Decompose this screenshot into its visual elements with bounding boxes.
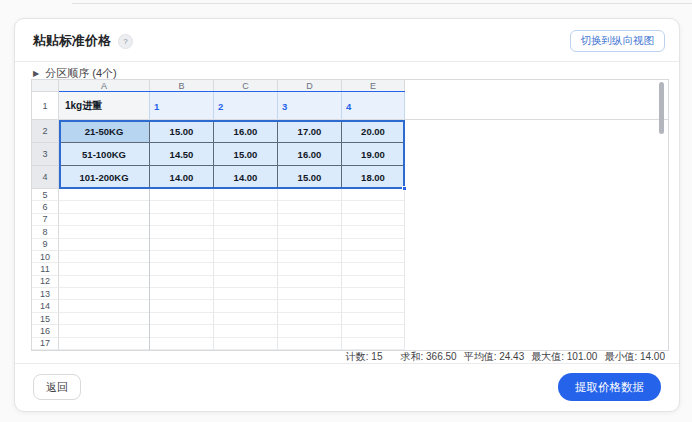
header-divider bbox=[15, 61, 679, 62]
cell-price-value[interactable]: 16.00 bbox=[214, 120, 278, 143]
row-header[interactable]: 4 bbox=[32, 166, 59, 189]
cell-price-value[interactable]: 15.00 bbox=[150, 120, 214, 143]
row-header[interactable]: 11 bbox=[32, 263, 59, 275]
cell-price-value[interactable]: 16.00 bbox=[278, 143, 342, 166]
gridline-col bbox=[149, 189, 150, 350]
help-icon[interactable]: ? bbox=[118, 34, 133, 49]
gridline-row bbox=[59, 313, 405, 325]
column-header-E[interactable]: E bbox=[342, 80, 405, 92]
gridline-row bbox=[59, 263, 405, 275]
cell-price-value[interactable]: 15.00 bbox=[278, 166, 342, 189]
cell-price-value[interactable]: 17.00 bbox=[278, 120, 342, 143]
row-header[interactable]: 13 bbox=[32, 288, 59, 300]
gridline-col bbox=[404, 189, 405, 350]
gridline-row bbox=[59, 300, 405, 312]
stat-item: 最大值: 101.00 bbox=[531, 350, 597, 364]
cell-weight-label[interactable]: 1kg进重 bbox=[59, 92, 150, 120]
cell-price-value[interactable]: 18.00 bbox=[342, 166, 405, 189]
back-button[interactable]: 返回 bbox=[33, 374, 81, 400]
cell-weight-range[interactable]: 21-50KG bbox=[59, 120, 150, 143]
column-header-D[interactable]: D bbox=[278, 80, 342, 92]
cell-weight-range[interactable]: 101-200KG bbox=[59, 166, 150, 189]
column-header-A[interactable]: A bbox=[59, 80, 150, 92]
cell-price-value[interactable]: 15.00 bbox=[214, 143, 278, 166]
gridline-row bbox=[59, 325, 405, 337]
cell-price-value[interactable]: 14.50 bbox=[150, 143, 214, 166]
cell-mapping-index[interactable]: 2 bbox=[214, 92, 278, 120]
cell-price-value[interactable]: 14.00 bbox=[214, 166, 278, 189]
row-header[interactable]: 12 bbox=[32, 276, 59, 288]
gridline-row bbox=[59, 288, 405, 300]
row-header[interactable]: 5 bbox=[32, 189, 59, 201]
column-header-C[interactable]: C bbox=[214, 80, 278, 92]
row-header[interactable]: 10 bbox=[32, 251, 59, 263]
row-header[interactable]: 2 bbox=[32, 120, 59, 143]
cell-price-value[interactable]: 20.00 bbox=[342, 120, 405, 143]
cell-mapping-index[interactable]: 1 bbox=[150, 92, 214, 120]
page-top-line bbox=[72, 3, 692, 4]
row-header[interactable]: 6 bbox=[32, 201, 59, 213]
row-header[interactable]: 9 bbox=[32, 239, 59, 251]
footer-divider bbox=[15, 363, 679, 364]
gridline-row bbox=[59, 201, 405, 213]
row-header[interactable]: 7 bbox=[32, 214, 59, 226]
gridline-row bbox=[59, 276, 405, 288]
cell-mapping-index[interactable]: 3 bbox=[278, 92, 342, 120]
gridline-col bbox=[213, 189, 214, 350]
dialog-title: 粘贴标准价格 bbox=[33, 32, 111, 50]
stat-item: 平均值: 24.43 bbox=[464, 350, 525, 364]
row-header[interactable]: 15 bbox=[32, 313, 59, 325]
gridline-row bbox=[59, 239, 405, 251]
column-header-B[interactable]: B bbox=[150, 80, 214, 92]
row-header[interactable]: 3 bbox=[32, 143, 59, 166]
row-header[interactable]: 8 bbox=[32, 226, 59, 238]
gridline-row bbox=[59, 214, 405, 226]
gridline-col bbox=[341, 189, 342, 350]
row-header[interactable]: 17 bbox=[32, 338, 59, 350]
collapse-arrow-icon: ▶ bbox=[33, 69, 39, 78]
gridline-row bbox=[59, 338, 405, 350]
toggle-view-button[interactable]: 切换到纵向视图 bbox=[570, 30, 666, 52]
extract-button[interactable]: 提取价格数据 bbox=[558, 373, 661, 401]
stats-bar: 计数: 15求和: 366.50平均值: 24.43最大值: 101.00最小值… bbox=[346, 350, 665, 363]
row-header[interactable]: 16 bbox=[32, 325, 59, 337]
gridline-col bbox=[277, 189, 278, 350]
gridline-row bbox=[59, 189, 405, 201]
paste-price-dialog: 粘贴标准价格 ? 切换到纵向视图 ▶ 分区顺序 (4个) 56789101112… bbox=[14, 18, 680, 412]
cell-weight-range[interactable]: 51-100KG bbox=[59, 143, 150, 166]
vertical-scrollbar-thumb[interactable] bbox=[659, 82, 664, 134]
stat-item: 计数: 15 bbox=[346, 350, 383, 364]
spreadsheet[interactable]: 567891011121314151617ABCDE11kg进重1234221-… bbox=[31, 79, 669, 351]
gridline-row bbox=[59, 251, 405, 263]
corner-cell[interactable] bbox=[32, 80, 59, 92]
stat-item: 最小值: 14.00 bbox=[604, 350, 665, 364]
cell-mapping-index[interactable]: 4 bbox=[342, 92, 405, 120]
row-header[interactable]: 14 bbox=[32, 300, 59, 312]
cell-price-value[interactable]: 14.00 bbox=[150, 166, 214, 189]
stat-item: 求和: 366.50 bbox=[401, 350, 457, 364]
cell-price-value[interactable]: 19.00 bbox=[342, 143, 405, 166]
dialog-header: 粘贴标准价格 ? bbox=[33, 31, 133, 51]
gridline-row bbox=[59, 226, 405, 238]
partition-order-toggle[interactable]: ▶ 分区顺序 (4个) bbox=[33, 66, 117, 80]
row-header[interactable]: 1 bbox=[32, 92, 59, 120]
